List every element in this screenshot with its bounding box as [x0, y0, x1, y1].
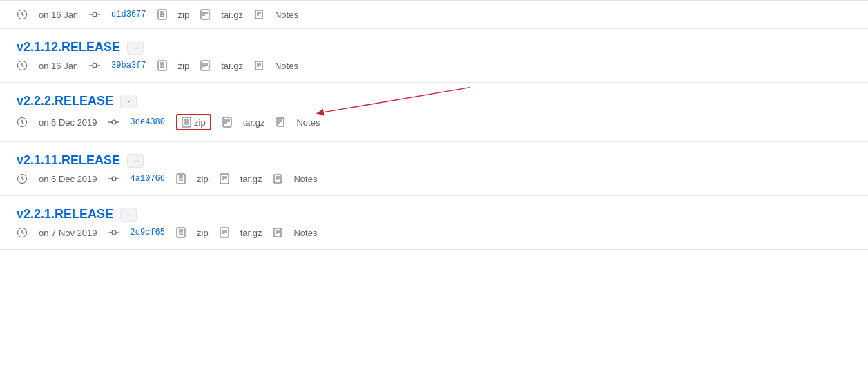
commit-v2-2-1[interactable]: 2c9cf65 [131, 228, 165, 237]
svg-point-62 [112, 230, 116, 235]
svg-rect-39 [223, 117, 231, 127]
svg-rect-22 [161, 66, 164, 68]
notes-icon-top [254, 9, 264, 20]
zip-icon-v2-2-2 [182, 117, 191, 128]
svg-point-16 [93, 63, 97, 68]
targz-icon-v2-2-2 [222, 117, 232, 128]
zip-link-v2-1-11[interactable]: zip [197, 174, 209, 184]
svg-rect-54 [220, 174, 229, 184]
zip-link-v2-2-2[interactable]: zip [194, 117, 206, 128]
release-meta-v2-1-12: on 16 Jan 39ba3f7 zip tar.gz Notes [17, 60, 851, 71]
targz-link-v2-2-1[interactable]: tar.gz [240, 228, 262, 238]
release-title-v2-2-1[interactable]: v2.2.1.RELEASE [17, 207, 113, 222]
notes-link-v2-1-11[interactable]: Notes [293, 174, 317, 184]
release-list: on 16 Jan d1d3677 zip tar.gz Notes v2.1.… [0, 0, 868, 250]
notes-link-v2-1-12[interactable]: Notes [275, 61, 298, 71]
notes-icon-v2-1-12 [254, 60, 264, 71]
notes-link-top[interactable]: Notes [275, 10, 298, 20]
release-title-v2-2-2[interactable]: v2.2.2.RELEASE [17, 94, 113, 108]
clock-icon-v2-2-1 [17, 227, 28, 238]
svg-rect-7 [161, 14, 164, 17]
release-title-row-v2-2-2: v2.2.2.RELEASE ··· [17, 94, 851, 108]
release-dots-v2-2-2[interactable]: ··· [120, 95, 137, 108]
zip-link-v2-2-1[interactable]: zip [197, 228, 209, 238]
release-dots-v2-1-11[interactable]: ··· [127, 154, 144, 168]
commit-v2-1-12[interactable]: 39ba3f7 [111, 61, 146, 70]
release-dots-v2-2-1[interactable]: ··· [120, 208, 137, 222]
zip-link-v2-1-12[interactable]: zip [178, 61, 190, 71]
svg-point-1 [93, 12, 97, 17]
svg-rect-23 [201, 61, 209, 70]
release-title-row-v2-2-1: v2.2.1.RELEASE ··· [17, 207, 851, 222]
targz-icon-v2-1-12 [200, 60, 210, 71]
release-title-v2-1-12[interactable]: v2.1.12.RELEASE [17, 40, 120, 55]
release-title-row-v2-1-11: v2.1.11.RELEASE ··· [17, 153, 851, 168]
zip-icon-v2-1-12 [157, 60, 167, 71]
release-meta-v2-2-2: on 6 Dec 2019 3ce4380 zip tar.gz Notes [17, 114, 851, 130]
svg-rect-38 [185, 122, 188, 124]
commit-icon-v2-2-2 [108, 117, 119, 128]
release-title-v2-1-11[interactable]: v2.1.11.RELEASE [17, 153, 120, 168]
svg-rect-8 [201, 10, 209, 19]
svg-rect-68 [180, 233, 182, 235]
release-title-row-v2-1-12: v2.1.12.RELEASE ··· [17, 40, 851, 55]
release-dots-v2-1-12[interactable]: ··· [127, 41, 144, 55]
release-row-v2-2-1: v2.2.1.RELEASE ··· on 7 Nov 2019 2c9cf65… [0, 196, 868, 250]
targz-icon-v2-2-1 [220, 227, 229, 238]
date-v2-2-2: on 6 Dec 2019 [39, 117, 97, 128]
top-date: on 16 Jan [39, 10, 78, 20]
svg-point-32 [112, 120, 116, 124]
zip-highlighted-container: zip [176, 114, 211, 130]
zip-link-top[interactable]: zip [178, 10, 190, 20]
date-v2-1-11: on 6 Dec 2019 [39, 174, 97, 184]
top-commit[interactable]: d1d3677 [111, 10, 146, 19]
release-row-v2-1-11: v2.1.11.RELEASE ··· on 6 Dec 2019 4a1076… [0, 142, 868, 196]
zip-icon-v2-1-11 [176, 173, 186, 184]
svg-rect-69 [220, 228, 229, 237]
zip-icon-v2-2-1 [176, 227, 186, 238]
notes-icon-v2-2-1 [273, 227, 282, 238]
targz-link-v2-2-2[interactable]: tar.gz [243, 117, 265, 128]
clock-icon-v2-1-12 [17, 60, 28, 71]
top-meta: on 16 Jan d1d3677 zip tar.gz Notes [17, 9, 851, 20]
targz-link-top[interactable]: tar.gz [221, 10, 243, 20]
release-row-v2-1-12: v2.1.12.RELEASE ··· on 16 Jan 39ba3f7 zi… [0, 29, 868, 83]
clock-icon-v2-2-2 [17, 117, 28, 128]
release-row-top: on 16 Jan d1d3677 zip tar.gz Notes [0, 1, 868, 29]
targz-icon-top [200, 9, 210, 20]
commit-icon-v2-1-12 [89, 60, 100, 71]
svg-point-47 [112, 177, 116, 181]
release-meta-v2-1-11: on 6 Dec 2019 4a10766 zip tar.gz Notes [17, 173, 851, 184]
notes-link-v2-2-2[interactable]: Notes [296, 117, 320, 128]
date-v2-1-12: on 16 Jan [39, 61, 78, 71]
targz-link-v2-1-12[interactable]: tar.gz [221, 61, 243, 71]
commit-icon-top [89, 9, 100, 20]
commit-icon-v2-2-1 [108, 227, 119, 238]
date-v2-2-1: on 7 Nov 2019 [39, 228, 97, 238]
clock-icon-v2-1-11 [17, 173, 28, 184]
commit-v2-2-2[interactable]: 3ce4380 [131, 117, 165, 127]
arrow-annotation [0, 83, 868, 141]
notes-icon-v2-2-2 [276, 117, 285, 128]
notes-icon-v2-1-11 [273, 173, 282, 184]
release-row-v2-2-2: v2.2.2.RELEASE ··· on 6 Dec 2019 3ce4380… [0, 83, 868, 142]
zip-icon-top [157, 9, 167, 20]
release-meta-v2-2-1: on 7 Nov 2019 2c9cf65 zip tar.gz Notes [17, 227, 851, 238]
commit-icon-v2-1-11 [108, 173, 119, 184]
targz-icon-v2-1-11 [220, 173, 229, 184]
targz-link-v2-1-11[interactable]: tar.gz [240, 174, 262, 184]
notes-link-v2-2-1[interactable]: Notes [293, 228, 317, 238]
svg-rect-53 [180, 179, 182, 181]
clock-icon-top [17, 9, 28, 20]
commit-v2-1-11[interactable]: 4a10766 [131, 174, 165, 184]
